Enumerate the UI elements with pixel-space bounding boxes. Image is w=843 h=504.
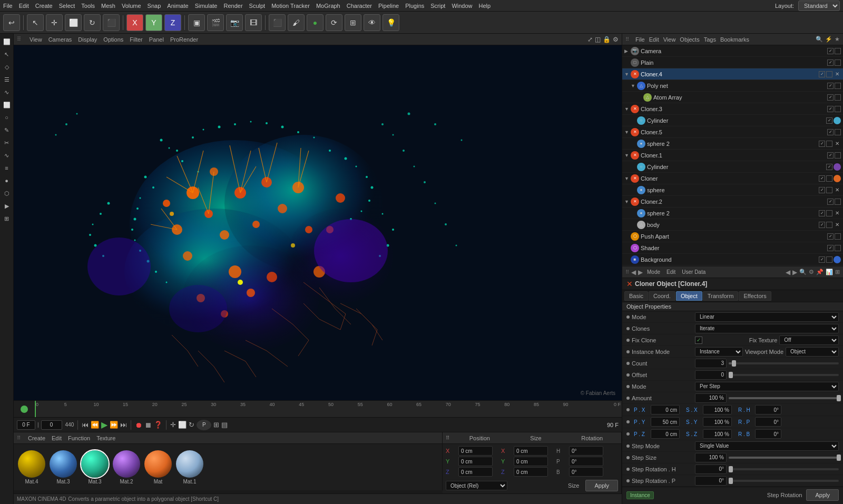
offset-input[interactable]	[695, 370, 727, 380]
mat-tab-texture[interactable]: Texture	[96, 435, 115, 441]
props-apply-button[interactable]: Apply	[806, 489, 839, 501]
del-keyframe-btn[interactable]: ⬜	[178, 421, 187, 429]
menu-item-pipeline[interactable]: Pipeline	[378, 3, 399, 9]
obj-row-cylinder2[interactable]: ○ Cylinder ✓	[622, 161, 843, 173]
menu-item-help[interactable]: Help	[479, 3, 491, 9]
mat-item-5[interactable]: Mat.1	[176, 450, 203, 485]
flag-check-2[interactable]	[835, 48, 841, 54]
flag-pn-2[interactable]	[835, 83, 841, 89]
menu-item-animate[interactable]: Animate	[167, 3, 188, 9]
prop-dot-psr2[interactable]	[626, 420, 630, 423]
p-z-input[interactable]	[651, 429, 680, 439]
flag-c3-1[interactable]: ✓	[827, 106, 834, 112]
fix-clone-check[interactable]	[695, 337, 702, 344]
flag-bd-2[interactable]	[826, 222, 832, 228]
clones-select[interactable]: Iterate Random	[695, 324, 839, 333]
current-frame-input[interactable]	[17, 420, 35, 430]
amount-input[interactable]	[695, 393, 727, 403]
prop-dot-count[interactable]	[626, 362, 630, 365]
obj-tab-view[interactable]: View	[663, 36, 676, 43]
expand-cloner4[interactable]: ▼	[624, 72, 631, 77]
apply-button[interactable]: Apply	[585, 480, 618, 491]
menu-item-render[interactable]: Render	[223, 3, 242, 9]
menu-item-character[interactable]: Character	[347, 3, 372, 9]
go-start-btn[interactable]: ⏮	[82, 421, 89, 429]
size-z-input[interactable]	[514, 467, 548, 477]
object-btn[interactable]: ▣	[188, 14, 205, 31]
playblast-btn[interactable]: 🎬	[207, 14, 224, 31]
props-tab-object[interactable]: Object	[676, 291, 702, 301]
menu-item-sculpt[interactable]: Sculpt	[249, 3, 266, 9]
mat-item-0[interactable]: Mat.4	[18, 450, 45, 485]
expand-cloner[interactable]: ▼	[624, 176, 631, 181]
menu-item-script[interactable]: Script	[430, 3, 445, 9]
mat-sphere-lightblue[interactable]	[176, 450, 203, 478]
mode2-select[interactable]: Per Step Overall	[695, 382, 839, 391]
flag-check-1[interactable]: ✓	[827, 48, 834, 54]
prop-dot-steprotH[interactable]	[626, 468, 630, 471]
flag-c1-2[interactable]	[835, 152, 841, 159]
flag-pa-2[interactable]	[835, 233, 841, 240]
flag-s2a-1[interactable]: ✓	[819, 141, 825, 147]
expand-cloner5[interactable]: ▼	[624, 130, 631, 135]
step-rot-h-input[interactable]	[695, 465, 727, 474]
tool-uv[interactable]: ☰	[1, 74, 13, 85]
props-tab-basic[interactable]: Basic	[624, 291, 648, 301]
go-end-btn[interactable]: ⏭	[120, 421, 127, 429]
obj-row-polynet[interactable]: ▼ △ Poly net ✓	[622, 80, 843, 92]
prop-dot-clones[interactable]	[626, 327, 630, 330]
count-slider[interactable]	[729, 362, 839, 364]
flag-s2b-2[interactable]	[826, 210, 832, 216]
flag-cl-2[interactable]	[826, 175, 832, 182]
mat-sphere-teal[interactable]	[81, 450, 109, 478]
mat-sphere-gold[interactable]	[18, 450, 45, 478]
obj-tab-bookmarks[interactable]: Bookmarks	[720, 36, 749, 43]
flag-sh-2[interactable]	[835, 245, 841, 251]
tool-sculpt[interactable]: ∿	[1, 86, 13, 98]
mat-item-3[interactable]: Mat.2	[113, 450, 140, 485]
timeline-ruler[interactable]: 0 5 10 15 20 25 30 35 40 45 50 55 60 65 …	[35, 401, 622, 417]
props-tab-effectors[interactable]: Effectors	[739, 291, 771, 301]
y-axis-btn[interactable]: Y	[145, 14, 162, 31]
vp-tab-prorender[interactable]: ProRender	[170, 36, 198, 43]
flag-cy1-1[interactable]: ✓	[826, 117, 832, 124]
play-btn[interactable]: ▶	[101, 420, 107, 430]
pos-y-input[interactable]	[458, 457, 493, 466]
prop-dot-psr1[interactable]	[626, 408, 630, 411]
render2-btn[interactable]: 🎞	[245, 14, 262, 31]
flag-pa-1[interactable]: ✓	[827, 233, 834, 240]
step-rot-p-slider[interactable]	[729, 480, 839, 482]
timeline-btn[interactable]: ▤	[221, 421, 228, 429]
add-keyframe-btn[interactable]: ✛	[170, 421, 176, 429]
size-x-input[interactable]	[514, 446, 548, 456]
rot-b-input[interactable]	[569, 467, 603, 477]
flag-c3-2[interactable]	[835, 106, 841, 112]
props-userdata-btn[interactable]: User Data	[682, 269, 705, 275]
record-btn[interactable]: ⏺	[135, 421, 142, 429]
props-icon-pin[interactable]: 📌	[816, 269, 824, 276]
move-btn[interactable]: ✛	[46, 14, 63, 31]
obj-filter-icon[interactable]: ⚡	[825, 36, 832, 43]
vp-film-icon[interactable]: ◫	[595, 36, 601, 43]
paint-btn[interactable]: 🖌	[288, 14, 305, 31]
menu-item-mesh[interactable]: Mesh	[101, 3, 115, 9]
expand-cloner2[interactable]: ▼	[624, 199, 631, 204]
rot-p-input[interactable]	[569, 457, 603, 466]
obj-tab-tags[interactable]: Tags	[704, 36, 716, 43]
vp-tab-view[interactable]: View	[30, 36, 42, 43]
flag-bd-1[interactable]: ✓	[819, 222, 825, 228]
mat-sphere-orange[interactable]	[144, 450, 172, 478]
props-icon-2[interactable]: ▶	[792, 269, 797, 276]
props-nav-forward[interactable]: ▶	[638, 269, 643, 276]
undo-btn[interactable]: ↩	[3, 14, 20, 31]
prop-dot-offset[interactable]	[626, 373, 630, 377]
select-btn[interactable]: ↖	[27, 14, 44, 31]
obj-row-cloner4[interactable]: ▼ ✕ Cloner.4 ✓ ✕	[622, 68, 843, 80]
obj-row-camera[interactable]: ▶ 📷 Camera ✓	[622, 45, 843, 57]
expand-polynet[interactable]: ▼	[631, 83, 637, 88]
prop-dot-instance[interactable]	[626, 350, 630, 353]
green-ball-btn[interactable]: ●	[307, 14, 324, 31]
vp-tab-options[interactable]: Options	[103, 36, 123, 43]
expand-camera[interactable]: ▶	[624, 48, 631, 54]
amount-slider[interactable]	[729, 397, 839, 399]
